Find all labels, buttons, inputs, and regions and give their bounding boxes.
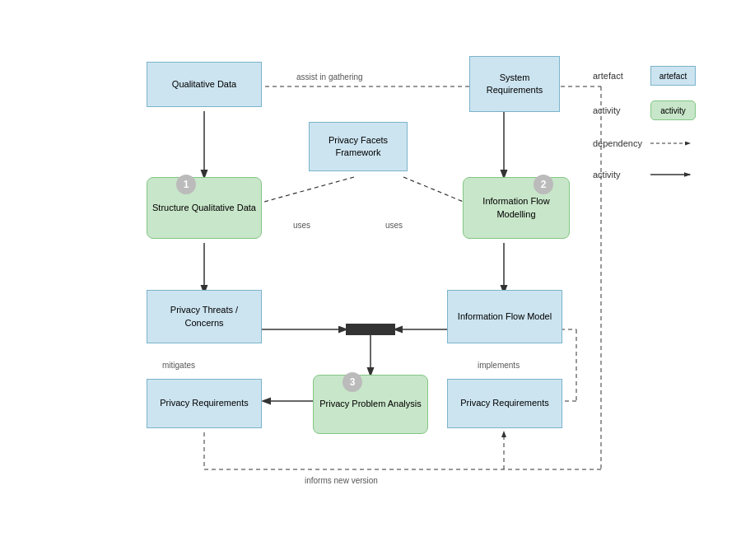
privacy-problem-box: Privacy Problem Analysis (313, 375, 428, 434)
privacy-req-left-box: Privacy Requirements (147, 379, 262, 428)
badge-3: 3 (343, 372, 362, 392)
svg-line-3 (255, 177, 354, 204)
structure-qualitative-label: Structure Qualitative Data (152, 202, 256, 214)
info-flow-modelling-box: Information Flow Modelling (463, 177, 570, 239)
label-uses-right: uses (385, 221, 403, 230)
legend-dependency-label: dependency (593, 138, 650, 148)
privacy-threats-box: Privacy Threats / Concerns (147, 290, 262, 343)
info-flow-model-box: Information Flow Model (447, 290, 562, 343)
qualitative-data-label: Qualitative Data (172, 78, 236, 91)
system-requirements-label: System Requirements (475, 72, 554, 97)
privacy-req-left-label: Privacy Requirements (160, 397, 249, 409)
legend-dependency-line (650, 135, 696, 152)
privacy-problem-label: Privacy Problem Analysis (319, 398, 422, 410)
label-informs: informs new version (305, 476, 378, 485)
legend-dependency: dependency (593, 135, 725, 152)
svg-line-4 (403, 177, 469, 204)
legend: artefact artefact activity activity depe… (593, 66, 725, 198)
legend-activity-arrow: activity (593, 166, 725, 183)
privacy-facets-box: Privacy Facets Framework (309, 122, 408, 171)
diagram: Qualitative Data System Requirements Pri… (0, 0, 741, 560)
label-assist: assist in gathering (296, 72, 363, 82)
label-implements: implements (478, 361, 520, 370)
legend-activity-label: activity (593, 105, 650, 115)
info-flow-modelling-label: Information Flow Modelling (468, 195, 564, 221)
privacy-req-right-box: Privacy Requirements (447, 379, 562, 428)
qualitative-data-box: Qualitative Data (147, 62, 262, 107)
legend-activity-arrow-label: activity (593, 170, 650, 180)
structure-qualitative-box: Structure Qualitative Data (147, 177, 262, 239)
badge-1: 1 (176, 175, 196, 194)
privacy-facets-label: Privacy Facets Framework (315, 134, 402, 160)
legend-solid-arrow (650, 166, 696, 183)
info-flow-model-label: Information Flow Model (458, 310, 552, 323)
badge-2: 2 (534, 175, 553, 194)
privacy-req-right-label: Privacy Requirements (460, 397, 549, 409)
label-mitigates: mitigates (162, 361, 195, 370)
legend-activity-box: activity (650, 100, 696, 120)
legend-artefact: artefact artefact (593, 66, 725, 86)
label-uses-left: uses (293, 221, 310, 230)
svg-rect-9 (346, 324, 395, 335)
system-requirements-box: System Requirements (469, 56, 560, 112)
legend-artefact-box: artefact (650, 66, 696, 86)
legend-artefact-label: artefact (593, 71, 650, 81)
privacy-threats-label: Privacy Threats / Concerns (152, 304, 256, 329)
legend-activity: activity activity (593, 100, 725, 120)
